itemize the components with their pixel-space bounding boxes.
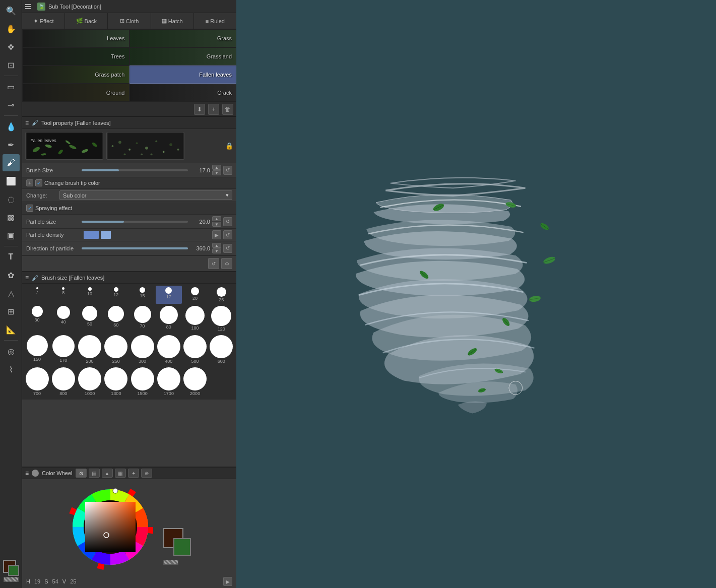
brush-item-grass-patch[interactable]: Grass patch — [22, 66, 129, 84]
delete-brush-btn[interactable]: 🗑 — [222, 104, 233, 115]
particle-density-arrow[interactable]: ▶ — [212, 230, 221, 239]
tab-ruled[interactable]: ≡ Ruled — [194, 13, 236, 29]
h-value[interactable]: 19 — [34, 578, 40, 584]
color-settings-btn[interactable]: ▶ — [223, 577, 232, 586]
fill-tool[interactable]: ▩ — [3, 209, 20, 226]
deco-tool[interactable]: ✿ — [3, 267, 20, 284]
tab-effect[interactable]: ✦ Effect — [22, 13, 65, 29]
brush-item-ground[interactable]: Ground — [22, 84, 129, 102]
lock-icon[interactable]: 🔒 — [225, 142, 233, 150]
brush-item-leaves[interactable]: Leaves — [22, 29, 129, 47]
direction-slider[interactable] — [82, 247, 188, 249]
brush-size-reset[interactable]: ↺ — [223, 166, 232, 175]
move-tool[interactable]: ✥ — [3, 38, 20, 55]
brush-size-item-600[interactable]: 600 — [209, 334, 234, 365]
color-tab-mix[interactable]: ⊕ — [141, 469, 152, 478]
brush-size-item-100[interactable]: 100 — [182, 304, 208, 333]
brush-item-fallen-leaves[interactable]: Fallen leaves — [129, 66, 237, 84]
direction-down[interactable]: ▼ — [212, 248, 221, 253]
particle-size-slider[interactable] — [82, 221, 188, 223]
select-rect-tool[interactable]: ▭ — [3, 78, 20, 95]
color-tab-wheel[interactable]: ⊙ — [76, 469, 87, 478]
brush-size-down[interactable]: ▼ — [212, 170, 221, 175]
eyedrop-tool[interactable]: 💧 — [3, 118, 20, 135]
brush-size-item-200[interactable]: 200 — [77, 334, 103, 365]
brush-tip-expand[interactable]: + — [26, 179, 33, 186]
tab-back[interactable]: 🌿 Back — [65, 13, 108, 29]
particle-size-reset[interactable]: ↺ — [223, 217, 232, 226]
transparent-color[interactable] — [163, 560, 178, 565]
brush-size-item-400[interactable]: 400 — [156, 334, 181, 365]
figure-tool[interactable]: △ — [3, 285, 20, 302]
search-tool[interactable]: 🔍 — [3, 2, 20, 19]
brush-size-item-700[interactable]: 700 — [24, 366, 50, 398]
color-wheel-container[interactable] — [68, 484, 153, 570]
gradient-tool[interactable]: ▣ — [3, 227, 20, 244]
line-correct-tool[interactable]: ⌇ — [3, 361, 20, 378]
brush-size-item-8[interactable]: 8 — [50, 286, 76, 304]
tab-hatch[interactable]: ▦ Hatch — [151, 13, 194, 29]
brush-size-item-800[interactable]: 800 — [50, 366, 76, 398]
brush-size-item-300[interactable]: 300 — [129, 334, 155, 365]
transparent-swatch[interactable] — [4, 577, 19, 582]
particle-size-down[interactable]: ▼ — [212, 222, 221, 227]
brush-size-item-7[interactable]: 7 — [24, 286, 50, 304]
brush-item-grassland[interactable]: Grassland — [129, 47, 237, 66]
brush-size-item-60[interactable]: 60 — [103, 304, 129, 333]
brush-size-menu[interactable]: ≡ — [25, 274, 29, 281]
particle-size-up[interactable]: ▲ — [212, 216, 221, 221]
correct-tool[interactable]: ◎ — [3, 343, 20, 360]
brush-item-grass[interactable]: Grass — [129, 29, 237, 47]
particle-density-reset[interactable]: ↺ — [223, 230, 232, 239]
brush-size-item-80[interactable]: 80 — [156, 304, 181, 333]
brush-size-item-1700[interactable]: 1700 — [156, 366, 181, 398]
change-select[interactable]: Sub color ▾ — [59, 190, 232, 200]
spraying-checkbox[interactable]: ✓ — [26, 205, 33, 212]
brush-size-item-120[interactable]: 120 — [209, 304, 234, 333]
brush-tip-checkbox[interactable]: ✓ — [35, 179, 42, 186]
brush-item-trees[interactable]: Trees — [22, 47, 129, 66]
brush-size-item-250[interactable]: 250 — [103, 334, 129, 365]
background-color[interactable] — [173, 538, 191, 556]
brush-size-up[interactable]: ▲ — [212, 165, 221, 170]
brush-tool[interactable]: 🖌 — [3, 154, 20, 171]
brush-size-item-15[interactable]: 15 — [129, 286, 155, 304]
transform-tool[interactable]: ⊡ — [3, 56, 20, 74]
prop-header-menu[interactable]: ≡ — [25, 119, 29, 126]
brush-size-slider[interactable] — [82, 169, 188, 171]
hand-tool[interactable]: ✋ — [3, 20, 20, 37]
ruler-tool[interactable]: 📐 — [3, 321, 20, 338]
brush-size-item-12[interactable]: 12 — [103, 286, 129, 304]
color-menu[interactable]: ≡ — [25, 470, 29, 477]
brush-size-item-10[interactable]: 10 — [77, 286, 103, 304]
brush-size-item-2000[interactable]: 2000 — [182, 366, 208, 398]
pen-tool[interactable]: ✒ — [3, 136, 20, 153]
brush-size-item-20[interactable]: 20 — [182, 286, 208, 304]
brush-size-item-40[interactable]: 40 — [50, 304, 76, 333]
add-brush-btn[interactable]: + — [208, 104, 219, 115]
download-brush-btn[interactable]: ⬇ — [194, 104, 205, 115]
color-tab-pick[interactable]: ✦ — [128, 469, 139, 478]
menu-icon[interactable] — [25, 3, 32, 10]
brush-size-item-70[interactable]: 70 — [129, 304, 155, 333]
brush-size-item-150[interactable]: 150 — [24, 334, 50, 365]
v-value[interactable]: 25 — [70, 578, 76, 584]
brush-size-item-50[interactable]: 50 — [77, 304, 103, 333]
direction-reset[interactable]: ↺ — [223, 244, 232, 253]
settings-btn[interactable]: ⚙ — [221, 258, 232, 269]
color-tab-hsl[interactable]: ▲ — [102, 469, 113, 478]
brush-size-item-1500[interactable]: 1500 — [129, 366, 155, 398]
brush-size-item-500[interactable]: 500 — [182, 334, 208, 365]
select-lasso-tool[interactable]: ⊸ — [3, 96, 20, 113]
brush-size-item-1300[interactable]: 1300 — [103, 366, 129, 398]
color-tab-swatch[interactable]: ▤ — [89, 469, 100, 478]
eraser-tool[interactable]: ⬜ — [3, 172, 20, 189]
brush-size-item-17[interactable]: 17 — [156, 286, 181, 304]
brush-size-item-30[interactable]: 30 — [24, 304, 50, 333]
brush-item-crack[interactable]: Crack — [129, 84, 237, 102]
canvas-area[interactable] — [236, 0, 716, 588]
sub-color-swatch[interactable] — [8, 565, 19, 576]
direction-up[interactable]: ▲ — [212, 243, 221, 248]
s-value[interactable]: 54 — [52, 578, 58, 584]
text-tool[interactable]: T — [3, 248, 20, 266]
